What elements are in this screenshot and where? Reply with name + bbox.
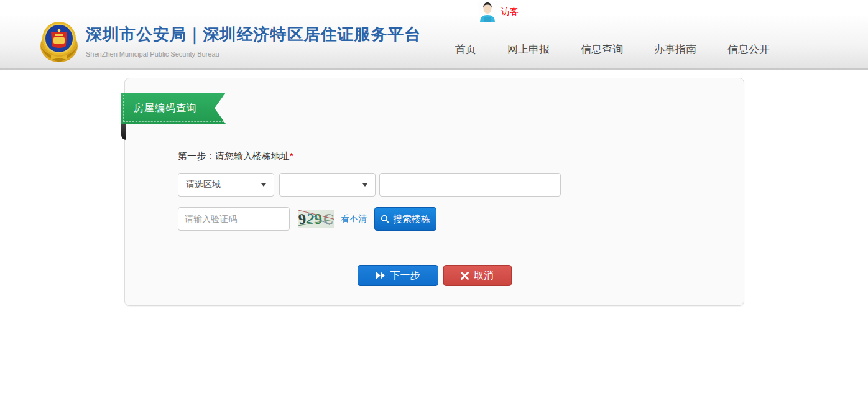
double-arrow-icon [376, 272, 386, 279]
nav-item-home[interactable]: 首页 [455, 42, 476, 57]
nav-item-info-query[interactable]: 信息查询 [581, 42, 623, 57]
next-button-label: 下一步 [390, 269, 420, 282]
chevron-down-icon [362, 183, 367, 187]
captcha-refresh-link[interactable]: 看不清 [341, 213, 367, 224]
police-badge-icon [39, 19, 80, 63]
search-button-label: 搜索楼栋 [393, 213, 430, 225]
action-buttons: 下一步 取消 [125, 265, 744, 286]
region-select-value: 请选区域 [186, 179, 221, 190]
panel-title: 房屋编码查询 [121, 102, 197, 115]
close-icon [461, 272, 469, 280]
captcha-form-row: 9 2 9 C 看不清 搜索楼栋 [178, 207, 436, 231]
nav-item-info-public[interactable]: 信息公开 [727, 42, 770, 57]
nav-item-online-declare[interactable]: 网上申报 [507, 42, 550, 57]
header: 深圳市公安局｜深圳经济特区居住证服务平台 ShenZhen Municipal … [0, 16, 868, 70]
search-icon [381, 215, 389, 223]
step-text: 第一步：请您输入楼栋地址 [178, 150, 290, 161]
nav-item-service-guide[interactable]: 办事指南 [654, 42, 696, 57]
logo: 深圳市公安局｜深圳经济特区居住证服务平台 ShenZhen Municipal … [39, 19, 421, 63]
page: 访客 深圳市公安局｜深圳经济特区居住证服务平台 ShenZhen Municip… [0, 0, 868, 398]
visitor-label[interactable]: 访客 [501, 6, 519, 17]
site-title: 深圳市公安局｜深圳经济特区居住证服务平台 [86, 24, 421, 45]
next-step-button[interactable]: 下一步 [358, 265, 438, 286]
panel-title-ribbon: 房屋编码查询 [121, 93, 226, 124]
required-asterisk: * [290, 150, 293, 161]
cancel-button-label: 取消 [474, 269, 494, 282]
captcha-input[interactable] [178, 207, 290, 231]
visitor-avatar-icon[interactable] [478, 1, 497, 22]
visitor-area: 访客 [478, 1, 519, 22]
step-label: 第一步：请您输入楼栋地址* [178, 150, 293, 162]
logo-text: 深圳市公安局｜深圳经济特区居住证服务平台 ShenZhen Municipal … [86, 19, 421, 63]
chevron-down-icon [261, 183, 266, 187]
region-select[interactable]: 请选区域 [178, 173, 274, 197]
cancel-button[interactable]: 取消 [443, 265, 512, 286]
divider [156, 239, 713, 239]
search-building-button[interactable]: 搜索楼栋 [374, 207, 436, 231]
main-nav: 首页 网上申报 信息查询 办事指南 信息公开 [455, 42, 770, 57]
house-code-query-panel: 房屋编码查询 第一步：请您输入楼栋地址* 请选区域 9 2 9 C [124, 78, 744, 306]
captcha-image[interactable]: 9 2 9 C [298, 210, 334, 228]
site-subtitle: ShenZhen Municipal Public Security Burea… [86, 50, 421, 58]
building-address-input[interactable] [379, 173, 561, 197]
address-form-row: 请选区域 [178, 173, 561, 197]
street-select[interactable] [279, 173, 376, 197]
